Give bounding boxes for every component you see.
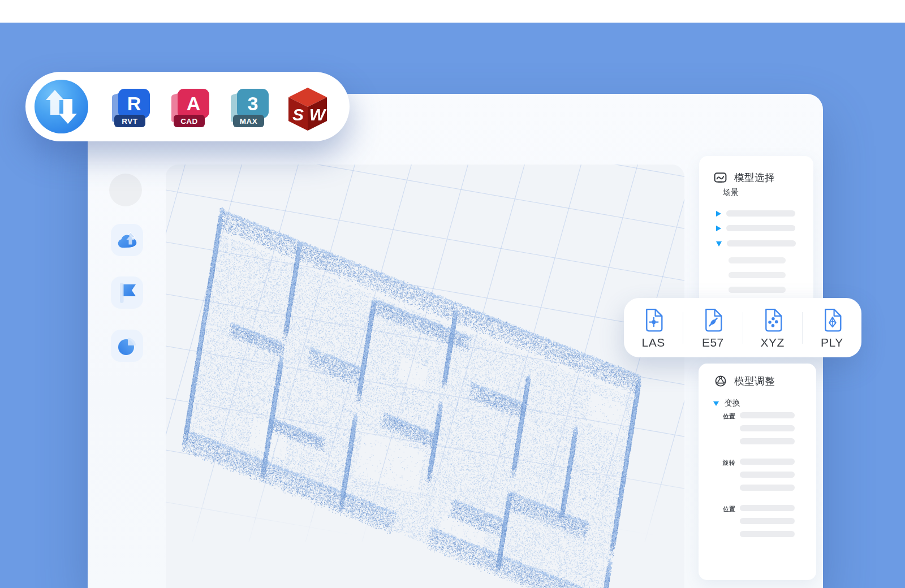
tree-item-skeleton — [729, 287, 786, 293]
app-icon-revit[interactable]: R RVT — [109, 89, 151, 132]
tree-row[interactable] — [716, 210, 795, 217]
value-skeleton — [740, 518, 795, 524]
format-option-las[interactable]: LAS — [624, 308, 683, 348]
cloud-upload-button[interactable] — [111, 224, 143, 256]
format-label: PLY — [821, 336, 843, 348]
value-skeleton — [740, 531, 795, 537]
value-skeleton — [740, 505, 795, 511]
section-label: 位置 — [723, 413, 735, 421]
gyroscope-icon — [714, 375, 727, 387]
format-label: LAS — [642, 336, 665, 348]
app-icon-solidworks[interactable]: S W — [286, 85, 330, 133]
chart-bubble-icon — [714, 171, 727, 184]
prism-file-icon — [822, 308, 842, 332]
tree-item-skeleton — [726, 210, 795, 217]
tree-item-skeleton — [729, 272, 786, 278]
tree-child-row[interactable] — [729, 287, 786, 293]
panel-title: 模型调整 — [734, 374, 775, 388]
format-label: XYZ — [760, 336, 784, 348]
crosshair-file-icon — [643, 308, 663, 332]
page: 模型选择 场景 — [0, 0, 905, 588]
model-select-panel: 模型选择 场景 — [699, 156, 813, 308]
sw-letter-s: S — [292, 105, 304, 124]
transfer-button[interactable] — [35, 80, 88, 133]
flag-button[interactable] — [111, 276, 143, 309]
panel-title: 模型选择 — [734, 171, 775, 184]
format-option-xyz[interactable]: XYZ — [743, 308, 802, 348]
format-option-e57[interactable]: E57 — [683, 308, 742, 348]
sw-letter-w: W — [309, 105, 327, 124]
flag-icon — [116, 281, 139, 305]
app-letter: 3 — [237, 89, 269, 118]
app-tag: RVT — [114, 115, 145, 127]
transform-label: 变换 — [725, 398, 740, 408]
avatar[interactable] — [109, 174, 142, 206]
expand-icon[interactable] — [716, 211, 721, 217]
format-option-ply[interactable]: PLY — [803, 308, 861, 348]
tree-row[interactable] — [716, 225, 795, 231]
tree-row[interactable] — [716, 240, 796, 247]
transform-group-row[interactable]: 变换 — [713, 398, 740, 408]
dots-file-icon — [762, 308, 783, 332]
viewport-canvas[interactable] — [166, 165, 684, 588]
model-adjust-panel: 模型调整 变换 位置 旋转 位置 — [699, 364, 816, 580]
value-skeleton — [740, 485, 795, 491]
app-icon-3dsmax[interactable]: 3 MAX — [228, 89, 270, 132]
collapse-icon[interactable] — [713, 401, 719, 406]
pie-chart-icon — [116, 335, 139, 357]
app-icon-autocad[interactable]: A CAD — [169, 89, 210, 132]
tree-item-skeleton — [727, 240, 796, 247]
down-arrow-icon — [59, 99, 77, 124]
format-label: E57 — [702, 336, 724, 348]
tree-child-row[interactable] — [729, 257, 786, 263]
cloud-upload-icon — [115, 230, 139, 250]
pie-chart-button[interactable] — [111, 330, 143, 362]
link-file-icon — [703, 308, 723, 332]
section-label: 旋转 — [723, 459, 735, 467]
value-skeleton — [740, 459, 795, 465]
scene-label: 场景 — [723, 188, 739, 198]
section-label: 位置 — [723, 505, 735, 513]
tree-item-skeleton — [726, 225, 795, 231]
collapse-icon[interactable] — [716, 241, 722, 247]
tree-child-row[interactable] — [729, 272, 786, 278]
value-skeleton — [740, 438, 795, 444]
value-skeleton — [740, 472, 795, 478]
value-skeleton — [740, 425, 795, 431]
tree-item-skeleton — [729, 257, 786, 263]
app-letter: A — [178, 89, 209, 118]
up-arrow-icon — [46, 90, 64, 115]
app-tag: MAX — [233, 115, 264, 127]
app-tag: CAD — [174, 115, 205, 127]
expand-icon[interactable] — [716, 226, 721, 231]
viewport — [166, 165, 684, 588]
value-skeleton — [740, 412, 795, 418]
export-toolbar: R RVT A CAD 3 MAX S W — [25, 72, 350, 141]
import-formats-card: LAS E57 XYZ — [624, 298, 861, 357]
app-letter: R — [118, 89, 150, 118]
